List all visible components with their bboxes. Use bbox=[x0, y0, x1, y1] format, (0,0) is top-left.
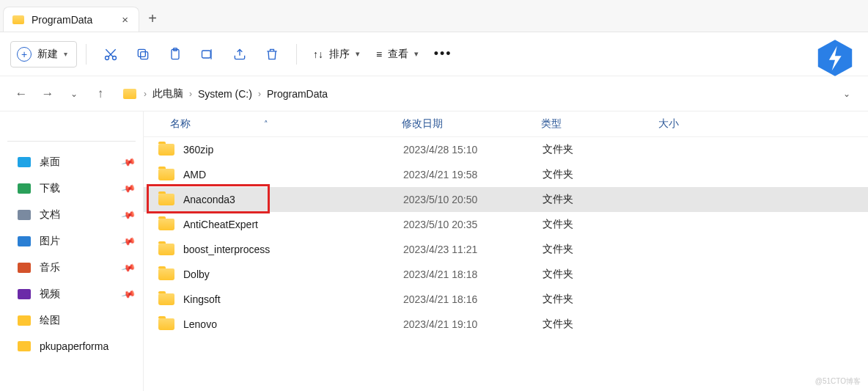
svg-rect-2 bbox=[141, 51, 148, 59]
more-button[interactable]: ••• bbox=[427, 41, 458, 67]
sidebar-item[interactable]: 下载📌 bbox=[0, 175, 143, 202]
table-row[interactable]: Dolby2023/4/21 18:18文件夹 bbox=[144, 262, 868, 287]
watermark: @51CTO博客 bbox=[815, 376, 861, 387]
file-date: 2023/4/23 11:21 bbox=[403, 244, 542, 255]
table-row[interactable]: Anaconda32023/5/10 20:50文件夹 bbox=[144, 187, 868, 212]
file-name: Anaconda3 bbox=[183, 194, 403, 205]
sort-label: 排序 bbox=[329, 48, 350, 61]
table-row[interactable]: boost_interprocess2023/4/23 11:21文件夹 bbox=[144, 237, 868, 262]
toolbar: + 新建 ▾ ↑↓ 排序 ▾ ≡ 查看 ▾ ••• bbox=[0, 32, 868, 76]
folder-icon bbox=[158, 219, 174, 230]
file-date: 2023/4/21 18:16 bbox=[403, 293, 542, 305]
share-button[interactable] bbox=[224, 41, 255, 67]
folder-icon bbox=[18, 210, 31, 220]
chevron-down-icon: ▾ bbox=[356, 49, 360, 59]
cut-button[interactable] bbox=[95, 41, 126, 67]
sort-asc-icon: ˄ bbox=[264, 120, 268, 129]
tab-active[interactable]: ProgramData × bbox=[3, 7, 139, 32]
file-type: 文件夹 bbox=[542, 143, 660, 156]
folder-icon bbox=[158, 268, 174, 280]
col-size[interactable]: 大小 bbox=[658, 117, 732, 131]
tab-strip: ProgramData × + bbox=[0, 0, 868, 32]
sidebar: 桌面📌下载📌文档📌图片📌音乐📌视频📌绘图pkupaperforma bbox=[0, 112, 144, 391]
file-type: 文件夹 bbox=[542, 293, 660, 306]
pin-icon: 📌 bbox=[120, 208, 136, 223]
file-type: 文件夹 bbox=[542, 243, 660, 256]
table-row[interactable]: 360zip2023/4/28 15:10文件夹 bbox=[144, 137, 868, 162]
file-date: 2023/4/21 18:18 bbox=[403, 268, 542, 280]
thunder-app-icon[interactable] bbox=[815, 38, 855, 78]
chevron-down-icon[interactable]: ⌄ bbox=[63, 83, 85, 105]
folder-icon bbox=[18, 263, 31, 273]
folder-icon bbox=[18, 289, 31, 299]
folder-icon bbox=[12, 15, 24, 24]
file-name: 360zip bbox=[183, 144, 403, 156]
up-button[interactable]: ↑ bbox=[89, 83, 111, 105]
file-date: 2023/5/10 20:35 bbox=[403, 219, 542, 230]
sidebar-list: 桌面📌下载📌文档📌图片📌音乐📌视频📌绘图pkupaperforma bbox=[0, 149, 143, 359]
sidebar-item-label: 文档 bbox=[40, 208, 60, 222]
svg-rect-3 bbox=[138, 49, 145, 56]
view-button[interactable]: ≡ 查看 ▾ bbox=[369, 48, 426, 61]
svg-rect-6 bbox=[202, 51, 211, 58]
forward-button[interactable]: → bbox=[37, 83, 59, 105]
folder-icon bbox=[18, 183, 31, 194]
view-icon: ≡ bbox=[376, 48, 382, 60]
file-date: 2023/4/28 15:10 bbox=[403, 144, 542, 156]
new-button[interactable]: + 新建 ▾ bbox=[10, 41, 77, 67]
sidebar-item[interactable]: 图片📌 bbox=[0, 228, 143, 255]
file-type: 文件夹 bbox=[542, 218, 660, 231]
folder-icon bbox=[158, 318, 174, 330]
delete-button[interactable] bbox=[257, 41, 287, 67]
sidebar-item[interactable]: 视频📌 bbox=[0, 281, 143, 307]
folder-icon bbox=[123, 89, 136, 99]
svg-point-0 bbox=[106, 56, 109, 59]
file-name: Dolby bbox=[183, 268, 403, 280]
sidebar-item[interactable]: pkupaperforma bbox=[0, 334, 143, 359]
pin-icon: 📌 bbox=[120, 287, 136, 302]
col-type[interactable]: 类型 bbox=[541, 117, 658, 131]
chevron-down-icon: ▾ bbox=[414, 49, 419, 59]
col-date[interactable]: 修改日期 bbox=[402, 117, 541, 131]
folder-icon bbox=[18, 315, 31, 326]
pin-icon: 📌 bbox=[120, 234, 136, 249]
folder-icon bbox=[18, 157, 31, 167]
file-date: 2023/5/10 20:50 bbox=[403, 194, 542, 205]
rename-button[interactable] bbox=[192, 41, 223, 67]
pin-icon: 📌 bbox=[120, 260, 136, 276]
back-button[interactable]: ← bbox=[10, 83, 32, 105]
paste-button[interactable] bbox=[160, 41, 191, 67]
file-name: Lenovo bbox=[183, 318, 403, 330]
folder-icon bbox=[158, 244, 174, 255]
column-header: 名称˄ 修改日期 类型 大小 bbox=[144, 112, 868, 137]
sidebar-item[interactable]: 音乐📌 bbox=[0, 255, 143, 281]
folder-icon bbox=[18, 236, 31, 246]
chevron-down-icon[interactable]: ⌄ bbox=[836, 83, 858, 105]
sort-button[interactable]: ↑↓ 排序 ▾ bbox=[306, 48, 367, 61]
sidebar-item[interactable]: 桌面📌 bbox=[0, 149, 143, 175]
copy-button[interactable] bbox=[128, 41, 158, 67]
svg-point-1 bbox=[113, 56, 117, 59]
content-pane: 名称˄ 修改日期 类型 大小 360zip2023/4/28 15:10文件夹A… bbox=[144, 112, 868, 391]
new-tab-button[interactable]: + bbox=[139, 5, 166, 32]
file-type: 文件夹 bbox=[542, 193, 660, 206]
file-date: 2023/4/21 19:10 bbox=[403, 318, 542, 330]
folder-icon bbox=[158, 194, 174, 205]
separator bbox=[86, 44, 87, 65]
col-name[interactable]: 名称˄ bbox=[170, 117, 402, 131]
sidebar-item[interactable]: 文档📌 bbox=[0, 202, 143, 228]
sidebar-item[interactable]: 绘图 bbox=[0, 307, 143, 334]
crumb-0[interactable]: 此电脑 bbox=[150, 84, 186, 103]
crumb-1[interactable]: System (C:) bbox=[195, 85, 255, 103]
file-date: 2023/4/21 19:58 bbox=[403, 169, 542, 180]
close-icon[interactable]: × bbox=[122, 13, 128, 26]
nav-row: ← → ⌄ ↑ › 此电脑 › System (C:) › ProgramDat… bbox=[0, 76, 868, 112]
sidebar-item-label: pkupaperforma bbox=[40, 340, 108, 352]
folder-icon bbox=[158, 169, 174, 180]
table-row[interactable]: AntiCheatExpert2023/5/10 20:35文件夹 bbox=[144, 212, 868, 237]
table-row[interactable]: AMD2023/4/21 19:58文件夹 bbox=[144, 162, 868, 187]
sidebar-item-label: 音乐 bbox=[40, 261, 60, 274]
crumb-2[interactable]: ProgramData bbox=[264, 85, 331, 103]
table-row[interactable]: Lenovo2023/4/21 19:10文件夹 bbox=[144, 312, 868, 337]
table-row[interactable]: Kingsoft2023/4/21 18:16文件夹 bbox=[144, 287, 868, 312]
